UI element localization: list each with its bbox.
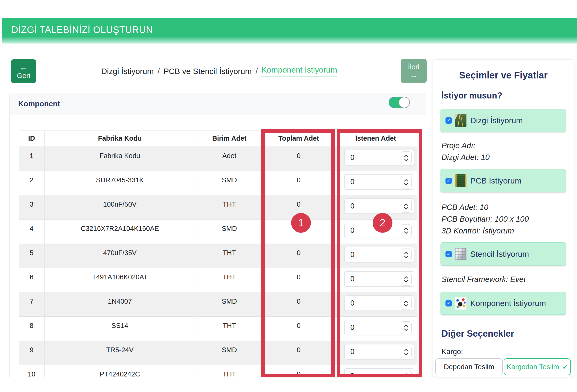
cell-fabrika_kodu: 100nF/50V	[44, 195, 195, 219]
number-spinner-control[interactable]	[401, 249, 412, 261]
number-spinner-control[interactable]	[401, 370, 412, 377]
istenen-adet-input[interactable]: 0	[344, 271, 414, 287]
selection-info-line: 3D Kontrol: İstiyorum	[441, 226, 514, 235]
option-components[interactable]: ✓Komponent İstiyorum	[440, 292, 566, 315]
stencil-thumbnail-image	[455, 248, 467, 260]
option-pcb-board[interactable]: ✓PCB İstiyorum	[440, 169, 566, 192]
istenen-adet-input[interactable]: 0	[344, 295, 414, 311]
number-spinner-control[interactable]	[401, 297, 412, 310]
option-checkbox-checked[interactable]: ✓	[445, 117, 452, 124]
option-checkbox-checked[interactable]: ✓	[445, 178, 452, 184]
istenen-adet-input[interactable]: 0	[344, 198, 414, 214]
cell-fabrika_kodu: T491A106K020AT	[44, 268, 195, 292]
option-label: Komponent İstiyorum	[470, 299, 546, 308]
cell-toplam_adet: 0	[263, 365, 334, 377]
number-spinner-control[interactable]	[401, 200, 412, 213]
chevron-down-icon	[403, 255, 409, 259]
breadcrumb-item-komponent-active[interactable]: Komponent İstiyorum	[261, 65, 337, 77]
cell-istenen-adet: 0	[334, 292, 417, 316]
cell-fabrika_kodu: 470uF/35V	[44, 244, 195, 268]
forward-button[interactable]: İleri →	[401, 59, 427, 83]
number-spinner-control[interactable]	[401, 224, 412, 237]
cell-id: 3	[19, 195, 44, 219]
cell-id: 10	[19, 365, 44, 377]
cell-id: 9	[19, 341, 44, 365]
option-stencil-sheet[interactable]: ✓Stencil İstiyorum	[440, 242, 566, 265]
chevron-up-icon	[403, 349, 409, 352]
number-spinner-control[interactable]	[401, 273, 412, 286]
selections-and-prices-card: Seçimler ve Fiyatlar İstiyor musun? ✓Diz…	[432, 59, 575, 377]
number-spinner-control[interactable]	[401, 321, 412, 334]
chevron-up-icon	[403, 276, 409, 279]
table-row: 3100nF/50VTHT00	[19, 195, 417, 219]
number-spinner-control[interactable]	[401, 176, 412, 189]
other-options-heading: Diğer Seçenekler	[441, 329, 514, 339]
depodan-teslim-button[interactable]: Depodan Teslim	[435, 358, 503, 375]
chevron-down-icon	[403, 183, 409, 186]
column-header: ID	[19, 131, 44, 147]
option-label: Dizgi İstiyorum	[470, 116, 523, 125]
cell-istenen-adet: 0	[334, 317, 417, 341]
chevron-up-icon	[403, 300, 409, 303]
cell-toplam_adet: 0	[263, 317, 334, 341]
istenen-adet-value: 0	[345, 202, 354, 210]
column-header: Fabrika Kodu	[44, 131, 195, 147]
breadcrumb: Dizgi İstiyorum / PCB ve Stencil İstiyor…	[40, 59, 398, 83]
chevron-down-icon	[403, 280, 409, 283]
column-header: Toplam Adet	[263, 131, 334, 147]
number-spinner-control[interactable]	[401, 346, 412, 358]
cell-birim_adet: SMD	[195, 171, 263, 195]
istenen-adet-value: 0	[345, 275, 354, 283]
selection-info-line: Dizgi Adet: 10	[441, 153, 490, 162]
breadcrumb-item-dizgi[interactable]: Dizgi İstiyorum	[101, 67, 154, 76]
arrow-right-icon: →	[410, 71, 418, 79]
sidebar-title: Seçimler ve Fiyatlar	[433, 70, 574, 81]
back-button[interactable]: ← Geri	[11, 59, 36, 83]
chevron-up-icon	[403, 252, 409, 255]
breadcrumb-item-pcb-stencil[interactable]: PCB ve Stencil İstiyorum	[164, 67, 252, 76]
chevron-down-icon	[403, 328, 409, 331]
cell-birim_adet: THT	[195, 317, 263, 341]
kargodan-teslim-button[interactable]: Kargodan Teslim ✔	[504, 358, 571, 375]
cell-toplam_adet: 0	[263, 244, 334, 268]
cell-toplam_adet: 0	[263, 171, 334, 195]
istenen-adet-input[interactable]: 0	[344, 247, 414, 262]
cell-birim_adet: THT	[195, 195, 263, 219]
istenen-adet-input[interactable]: 0	[344, 150, 414, 165]
istenen-adet-value: 0	[345, 348, 354, 356]
column-header: İstenen Adet	[334, 131, 417, 147]
istenen-adet-input[interactable]: 0	[344, 320, 414, 335]
istenen-adet-input[interactable]: 0	[344, 368, 414, 377]
istenen-adet-input[interactable]: 0	[344, 174, 414, 190]
istenen-adet-value: 0	[345, 153, 354, 162]
cell-toplam_adet: 0	[263, 268, 334, 292]
cell-istenen-adet: 0	[334, 244, 417, 268]
cell-birim_adet: SMD	[195, 220, 263, 244]
cell-istenen-adet: 0	[334, 341, 417, 365]
chevron-down-icon	[403, 304, 409, 307]
komponent-toggle-switch[interactable]	[389, 97, 409, 108]
istenen-adet-input[interactable]: 0	[344, 223, 414, 238]
selection-info-line: PCB Adet: 10	[441, 203, 488, 212]
cell-id: 4	[19, 220, 44, 244]
cell-istenen-adet: 0	[334, 365, 417, 377]
option-label: PCB İstiyorum	[470, 176, 521, 185]
cell-fabrika_kodu: 1N4007	[44, 292, 195, 316]
istenen-adet-input[interactable]: 0	[344, 344, 414, 359]
number-spinner-control[interactable]	[401, 152, 412, 164]
page-title: DİZGİ TALEBİNİZİ OLUŞTURUN	[11, 25, 153, 35]
breadcrumb-separator: /	[157, 67, 160, 76]
cell-birim_adet: THT	[195, 268, 263, 292]
option-checkbox-checked[interactable]: ✓	[445, 300, 452, 306]
cell-toplam_adet: 0	[263, 195, 334, 219]
table-row: 5470uF/35VTHT00	[19, 244, 417, 268]
cell-birim_adet: SMD	[195, 292, 263, 316]
cell-toplam_adet: 0	[263, 292, 334, 316]
cell-id: 7	[19, 292, 44, 316]
option-dizgi-board[interactable]: ✓Dizgi İstiyorum	[440, 109, 566, 132]
option-checkbox-checked[interactable]: ✓	[445, 251, 452, 257]
page-title-bar: DİZGİ TALEBİNİZİ OLUŞTURUN	[2, 18, 577, 44]
cell-id: 2	[19, 171, 44, 195]
komponent-panel: Komponent IDFabrika KoduBirim AdetToplam…	[9, 93, 426, 377]
cell-id: 8	[19, 317, 44, 341]
